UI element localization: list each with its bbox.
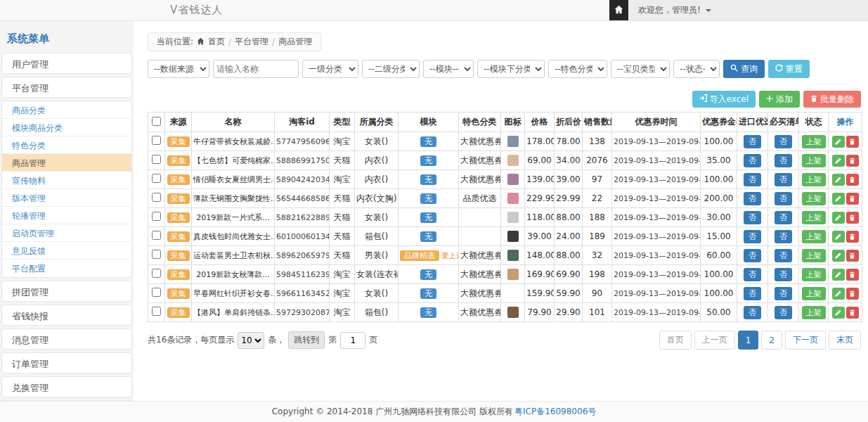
- edit-button[interactable]: [832, 250, 845, 262]
- status-toggle[interactable]: 上架: [802, 211, 826, 224]
- row-checkbox[interactable]: [152, 288, 161, 297]
- sidebar-item-saving-news[interactable]: 省钱快报: [1, 305, 132, 326]
- import-select-toggle[interactable]: 否: [744, 154, 761, 167]
- module-select[interactable]: --模块--: [423, 60, 474, 78]
- sidebar-item-module-product-category[interactable]: 模块商品分类: [2, 119, 131, 136]
- import-select-toggle[interactable]: 否: [744, 268, 761, 281]
- sidebar-item-version-management[interactable]: 版本管理: [2, 189, 131, 207]
- edit-button[interactable]: [832, 212, 845, 224]
- sidebar-item-exchange-management[interactable]: 兑换管理: [1, 376, 132, 397]
- page-size-select[interactable]: 10: [238, 332, 264, 349]
- must-buy-toggle[interactable]: 否: [775, 268, 792, 281]
- must-buy-toggle[interactable]: 否: [775, 192, 792, 205]
- delete-button[interactable]: [846, 288, 859, 300]
- delete-button[interactable]: [846, 136, 859, 148]
- edit-button[interactable]: [832, 288, 845, 300]
- breadcrumb-platform-link[interactable]: 平台管理: [235, 36, 268, 48]
- edit-button[interactable]: [832, 193, 845, 205]
- home-button[interactable]: [609, 0, 628, 20]
- sidebar-item-carousel-management[interactable]: 轮播管理: [2, 207, 131, 224]
- breadcrumb-home-link[interactable]: 首页: [208, 36, 225, 48]
- status-toggle[interactable]: 上架: [802, 287, 826, 300]
- import-select-toggle[interactable]: 否: [744, 287, 761, 300]
- icp-link[interactable]: 粤ICP备16098006号: [514, 406, 596, 418]
- must-buy-toggle[interactable]: 否: [775, 287, 792, 300]
- must-buy-toggle[interactable]: 否: [775, 230, 792, 243]
- import-select-toggle[interactable]: 否: [744, 306, 761, 319]
- must-buy-toggle[interactable]: 否: [775, 211, 792, 224]
- sidebar-item-product-category[interactable]: 商品分类: [2, 101, 131, 119]
- status-select[interactable]: --状态--: [673, 60, 720, 78]
- must-buy-toggle[interactable]: 否: [775, 249, 792, 262]
- import-select-toggle[interactable]: 否: [744, 230, 761, 243]
- edit-button[interactable]: [832, 174, 845, 186]
- sidebar-item-promo-material[interactable]: 宣传物料: [2, 172, 131, 189]
- status-toggle[interactable]: 上架: [802, 268, 826, 281]
- sidebar-item-feedback[interactable]: 意见反馈: [2, 242, 131, 260]
- row-checkbox[interactable]: [152, 231, 161, 240]
- delete-button[interactable]: [846, 155, 859, 167]
- jump-page-input[interactable]: [340, 332, 365, 349]
- sidebar-item-group-buy-management[interactable]: 拼团管理: [1, 281, 132, 302]
- level1-category-select[interactable]: 一级分类: [302, 60, 358, 78]
- edit-button[interactable]: [832, 269, 845, 281]
- row-checkbox[interactable]: [152, 136, 161, 145]
- import-select-toggle[interactable]: 否: [744, 173, 761, 186]
- search-button[interactable]: 查询: [723, 60, 765, 78]
- delete-button[interactable]: [846, 174, 859, 186]
- pagination-page-1[interactable]: 1: [738, 331, 759, 350]
- module-sub-select[interactable]: --模块下分类--: [477, 60, 545, 78]
- delete-button[interactable]: [846, 307, 859, 319]
- import-select-toggle[interactable]: 否: [744, 135, 761, 148]
- status-toggle[interactable]: 上架: [802, 306, 826, 319]
- user-menu[interactable]: 欢迎您，管理员!: [628, 0, 868, 20]
- sidebar-item-product-management[interactable]: 商品管理: [2, 154, 131, 172]
- item-type-select[interactable]: --宝贝类型--: [611, 60, 670, 78]
- sidebar-item-message-management[interactable]: 消息管理: [1, 328, 132, 350]
- name-search-input[interactable]: [213, 60, 299, 78]
- row-checkbox[interactable]: [152, 212, 161, 221]
- pagination-prev-button[interactable]: 上一页: [694, 331, 735, 350]
- row-checkbox[interactable]: [152, 174, 161, 183]
- edit-button[interactable]: [832, 231, 845, 243]
- sidebar-item-partial[interactable]: [1, 400, 132, 401]
- import-select-toggle[interactable]: 否: [744, 192, 761, 205]
- must-buy-toggle[interactable]: 否: [775, 135, 792, 148]
- status-toggle[interactable]: 上架: [802, 249, 826, 262]
- sidebar-item-platform-management[interactable]: 平台管理: [1, 77, 132, 98]
- delete-button[interactable]: [846, 212, 859, 224]
- level2-category-select[interactable]: --二级分类--: [362, 60, 420, 78]
- pagination-last-button[interactable]: 末页: [829, 331, 861, 350]
- edit-button[interactable]: [832, 155, 845, 167]
- data-source-select[interactable]: --数据来源--: [148, 60, 209, 78]
- edit-button[interactable]: [832, 136, 845, 148]
- must-buy-toggle[interactable]: 否: [775, 306, 792, 319]
- reset-button[interactable]: 重置: [768, 60, 810, 78]
- sidebar-item-platform-config[interactable]: 平台配置: [2, 260, 131, 277]
- select-all-checkbox[interactable]: [152, 117, 161, 126]
- feature-category-select[interactable]: --特色分类--: [548, 60, 607, 78]
- delete-button[interactable]: [846, 193, 859, 205]
- status-toggle[interactable]: 上架: [802, 230, 826, 243]
- edit-button[interactable]: [832, 307, 845, 319]
- pagination-next-button[interactable]: 下一页: [785, 331, 826, 350]
- status-toggle[interactable]: 上架: [802, 173, 826, 186]
- delete-button[interactable]: [846, 231, 859, 243]
- jump-button[interactable]: 跳转到: [288, 331, 325, 349]
- pagination-page-2[interactable]: 2: [761, 331, 782, 350]
- status-toggle[interactable]: 上架: [802, 192, 826, 205]
- must-buy-toggle[interactable]: 否: [775, 154, 792, 167]
- row-checkbox[interactable]: [152, 269, 161, 278]
- row-checkbox[interactable]: [152, 193, 161, 202]
- import-select-toggle[interactable]: 否: [744, 249, 761, 262]
- add-button[interactable]: 添加: [759, 91, 800, 108]
- batch-delete-button[interactable]: 批量删除: [803, 91, 861, 108]
- pagination-first-button[interactable]: 首页: [659, 331, 692, 350]
- status-toggle[interactable]: 上架: [802, 154, 826, 167]
- sidebar-item-user-management[interactable]: 用户管理: [1, 53, 132, 74]
- must-buy-toggle[interactable]: 否: [775, 173, 792, 186]
- row-checkbox[interactable]: [152, 250, 161, 259]
- sidebar-item-feature-category[interactable]: 特色分类: [2, 136, 131, 154]
- row-checkbox[interactable]: [152, 155, 161, 164]
- delete-button[interactable]: [846, 269, 859, 281]
